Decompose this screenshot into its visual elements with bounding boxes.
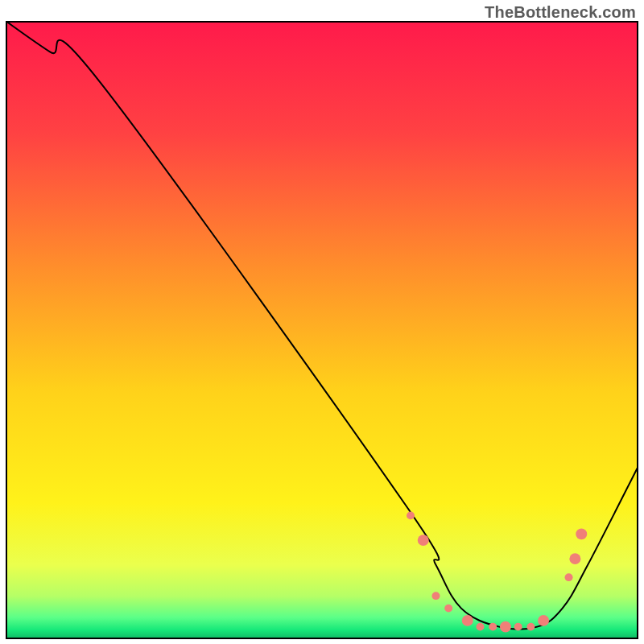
attribution-text: TheBottleneck.com — [485, 3, 636, 22]
plot-area — [6, 21, 638, 639]
svg-rect-0 — [6, 21, 638, 639]
chart-frame: TheBottleneck.com — [0, 0, 644, 644]
background-gradient — [6, 21, 638, 639]
